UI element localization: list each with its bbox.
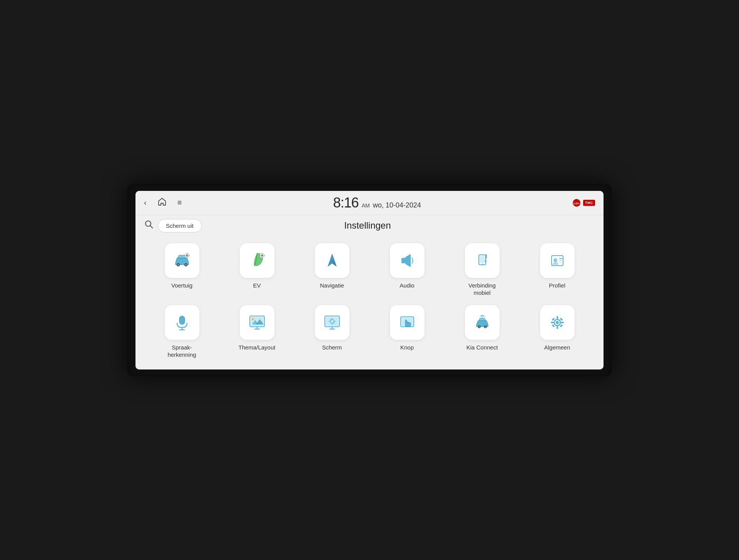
algemeen-icon [547, 312, 568, 333]
clock-display: 8:16 AM wo, 10-04-2024 [333, 195, 421, 211]
time-ampm: AM [362, 202, 370, 209]
grid-item-verbinding[interactable]: ᛒ Verbinding mobiel [447, 242, 517, 298]
voertuig-icon-box [165, 243, 199, 278]
page-title: Instellingen [202, 220, 533, 231]
date-value: wo, 10-04-2024 [373, 201, 421, 209]
top-bar: ‹ ≡ 8:16 AM wo, 10-04-2024 LG+ [135, 191, 604, 215]
svg-text:LG+: LG+ [573, 202, 580, 205]
svg-point-2 [145, 221, 151, 226]
svg-point-25 [482, 264, 483, 265]
search-button[interactable] [144, 219, 154, 232]
kia-connect-icon-box [465, 305, 500, 340]
grid-item-ev[interactable]: EV [222, 242, 292, 298]
svg-line-3 [150, 226, 153, 229]
svg-rect-21 [401, 258, 405, 263]
menu-button[interactable]: ≡ [177, 198, 182, 207]
svg-point-9 [186, 254, 188, 257]
svg-point-59 [482, 317, 483, 318]
verbinding-icon-box: ᛒ [465, 243, 500, 278]
grid-item-kia-connect[interactable]: Kia Connect [447, 304, 517, 360]
svg-rect-63 [557, 326, 558, 329]
audio-icon-box [390, 243, 425, 278]
verbinding-label: Verbinding mobiel [468, 282, 496, 297]
svg-point-28 [553, 258, 557, 262]
svg-marker-20 [328, 254, 336, 266]
svg-line-50 [334, 323, 334, 324]
grid-item-scherm[interactable]: Scherm [297, 304, 367, 360]
grid-item-spraak[interactable]: Spraak- herkenning [147, 304, 217, 360]
knop-icon-box [390, 305, 425, 340]
screen-off-button[interactable]: Scherm uit [158, 219, 202, 232]
thema-icon [247, 312, 268, 333]
thema-icon-box [240, 305, 274, 340]
search-area: Scherm uit [144, 219, 202, 232]
grid-item-algemeen[interactable]: Algemeen [522, 304, 592, 360]
verbinding-icon: ᛒ [472, 250, 493, 271]
voertuig-icon [172, 250, 192, 271]
voertuig-label: Voertuig [171, 282, 192, 289]
kia-connect-icon [472, 312, 493, 333]
svg-point-58 [485, 326, 486, 328]
infotainment-screen: ‹ ≡ 8:16 AM wo, 10-04-2024 LG+ [135, 191, 604, 369]
settings-grid: Voertuig [135, 238, 604, 369]
scherm-icon-box [315, 305, 349, 340]
svg-point-15 [261, 254, 263, 257]
navigatie-label: Navigatie [320, 282, 344, 289]
screen-bezel: ‹ ≡ 8:16 AM wo, 10-04-2024 LG+ [127, 184, 612, 376]
grid-item-knop[interactable]: Knop [372, 304, 442, 360]
subtitle-bar: Scherm uit Instellingen [135, 215, 604, 238]
navigatie-icon [322, 250, 343, 271]
grid-item-audio[interactable]: Audio [372, 242, 442, 298]
svg-point-57 [478, 326, 480, 328]
ev-icon [247, 250, 268, 271]
knop-icon [397, 312, 418, 333]
svg-text:ᛒ: ᛒ [485, 254, 488, 259]
home-button[interactable] [157, 197, 167, 208]
nav-controls: ‹ ≡ [144, 197, 182, 208]
audio-icon [397, 250, 418, 271]
svg-rect-62 [557, 316, 558, 319]
status-indicators: LG+ TMC [572, 199, 595, 207]
spraak-icon [172, 312, 192, 333]
scherm-label: Scherm [322, 344, 342, 351]
scherm-icon [322, 312, 343, 333]
spraak-label: Spraak- herkenning [167, 344, 196, 359]
svg-point-61 [556, 321, 559, 324]
grid-item-thema[interactable]: Thema/Layout [222, 304, 292, 360]
profiel-icon [547, 250, 568, 271]
kia-connect-label: Kia Connect [466, 344, 498, 351]
tmc-badge: TMC [583, 200, 595, 206]
algemeen-label: Algemeen [544, 344, 570, 351]
spraak-icon-box [165, 305, 199, 340]
knop-label: Knop [400, 344, 414, 351]
ev-icon-box [240, 243, 274, 278]
svg-rect-24 [480, 256, 485, 263]
back-button[interactable]: ‹ [144, 198, 147, 207]
profiel-label: Profiel [549, 282, 565, 289]
grid-item-navigatie[interactable]: Navigatie [297, 242, 367, 298]
svg-point-7 [185, 264, 187, 266]
algemeen-icon-box [540, 305, 575, 340]
svg-rect-65 [561, 322, 564, 323]
ev-label: EV [253, 282, 261, 289]
svg-rect-32 [179, 316, 185, 324]
svg-marker-22 [405, 254, 411, 267]
profiel-icon-box [540, 243, 575, 278]
svg-point-39 [252, 318, 254, 320]
svg-line-49 [330, 319, 331, 320]
audio-label: Audio [400, 282, 414, 289]
navigatie-icon-box [315, 243, 349, 278]
svg-rect-64 [551, 322, 554, 323]
svg-point-6 [177, 264, 179, 266]
time-value: 8:16 [333, 195, 359, 211]
thema-label: Thema/Layout [239, 344, 276, 351]
grid-item-voertuig[interactable]: Voertuig [147, 242, 217, 298]
network-icon: LG+ [572, 199, 581, 207]
grid-item-profiel[interactable]: Profiel [522, 242, 592, 298]
